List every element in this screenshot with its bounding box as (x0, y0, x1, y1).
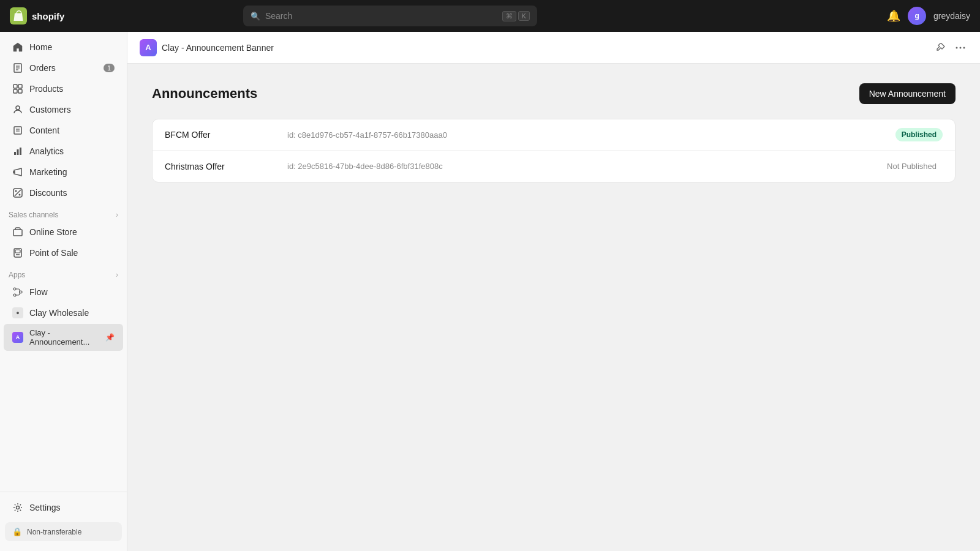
flow-icon (12, 287, 23, 298)
sidebar-item-online-store-label: Online Store (29, 227, 77, 237)
breadcrumb-actions (933, 40, 968, 55)
sidebar-item-flow[interactable]: Flow (4, 282, 123, 302)
apps-label: Apps (9, 271, 25, 279)
sidebar-item-clay-wholesale[interactable]: ● Clay Wholesale (4, 303, 123, 323)
announcement-id: id: 2e9c5816-47bb-4dee-8d86-6fbf31fe808c (287, 162, 881, 171)
svg-rect-7 (18, 89, 22, 93)
settings-label: Settings (29, 503, 61, 512)
discounts-icon (12, 187, 23, 198)
pin-icon: 📌 (105, 333, 115, 342)
shopify-bag-icon (10, 7, 27, 24)
sidebar-item-discounts[interactable]: Discounts (4, 183, 123, 203)
pos-icon (12, 247, 23, 258)
sales-channels-section[interactable]: Sales channels › (0, 203, 127, 222)
sidebar-item-flow-label: Flow (29, 287, 48, 297)
sidebar-item-products[interactable]: Products (4, 79, 123, 99)
svg-rect-14 (20, 148, 21, 155)
lock-icon: 🔒 (12, 527, 22, 536)
breadcrumb-bar: A Clay - Announcement Banner (127, 32, 980, 64)
announcement-row[interactable]: BFCM Offer id: c8e1d976-cb57-4a1f-8757-6… (153, 119, 955, 151)
sidebar-item-customers-label: Customers (29, 105, 71, 114)
home-icon (12, 42, 23, 53)
svg-point-8 (16, 106, 20, 110)
svg-rect-9 (14, 127, 21, 134)
sidebar-item-content[interactable]: Content (4, 121, 123, 140)
announcement-name: Christmas Offer (165, 162, 287, 171)
sidebar-bottom: Settings 🔒 Non-transferable (0, 492, 127, 546)
settings-icon (12, 502, 23, 513)
sidebar-item-settings[interactable]: Settings (4, 498, 123, 517)
search-shortcut: ⌘ K (502, 11, 530, 21)
sidebar-item-online-store[interactable]: Online Store (4, 222, 123, 242)
non-transferable-banner: 🔒 Non-transferable (5, 522, 122, 541)
k-key: K (518, 11, 530, 21)
sidebar-item-clay-wholesale-label: Clay Wholesale (29, 308, 89, 318)
products-icon (12, 83, 23, 94)
sidebar-item-customers[interactable]: Customers (4, 100, 123, 119)
content-area: A Clay - Announcement Banner Announcemen… (127, 32, 980, 551)
svg-point-27 (17, 506, 20, 509)
svg-point-28 (956, 47, 958, 48)
breadcrumb-title: Clay - Announcement Banner (162, 43, 274, 53)
svg-rect-20 (13, 230, 22, 236)
sidebar-item-home-label: Home (29, 42, 52, 52)
sales-channels-chevron: › (116, 211, 118, 219)
content-icon (12, 125, 23, 136)
new-announcement-button[interactable]: New Announcement (859, 83, 956, 104)
svg-point-30 (963, 47, 965, 48)
apps-section[interactable]: Apps › (0, 263, 127, 282)
announcement-row[interactable]: Christmas Offer id: 2e9c5816-47bb-4dee-8… (153, 151, 955, 182)
non-transferable-label: Non-transferable (27, 528, 81, 536)
clay-wholesale-icon: ● (12, 307, 23, 318)
search-bar[interactable]: 🔍 ⌘ K (243, 6, 537, 26)
main-layout: Home Orders 1 Products Customers Conte (0, 32, 980, 551)
breadcrumb-app-icon: A (140, 39, 157, 56)
orders-icon (12, 62, 23, 73)
page-header: Announcements New Announcement (152, 83, 956, 104)
apps-chevron: › (116, 271, 118, 279)
more-actions-button[interactable] (953, 44, 968, 51)
sidebar-item-pos[interactable]: Point of Sale (4, 243, 123, 263)
sidebar-item-clay-announcement[interactable]: A Clay - Announcement... 📌 (4, 324, 123, 351)
sidebar-item-home[interactable]: Home (4, 37, 123, 57)
sidebar-item-clay-announcement-label: Clay - Announcement... (29, 328, 99, 347)
user-name[interactable]: greydaisy (933, 11, 970, 21)
announcement-id: id: c8e1d976-cb57-4a1f-8757-66b17380aaa0 (287, 130, 895, 140)
svg-rect-5 (18, 84, 22, 88)
sidebar-item-content-label: Content (29, 126, 59, 135)
svg-rect-12 (14, 152, 16, 155)
sidebar-item-marketing[interactable]: Marketing (4, 162, 123, 182)
topbar: shopify 🔍 ⌘ K 🔔 g greydaisy (0, 0, 980, 32)
shopify-logo[interactable]: shopify (10, 7, 64, 24)
svg-point-15 (13, 171, 15, 173)
page-content: Announcements New Announcement BFCM Offe… (127, 64, 980, 551)
sidebar-item-pos-label: Point of Sale (29, 248, 78, 258)
announcement-name: BFCM Offer (165, 130, 287, 140)
sidebar-item-products-label: Products (29, 84, 63, 94)
sidebar: Home Orders 1 Products Customers Conte (0, 32, 127, 551)
sidebar-item-marketing-label: Marketing (29, 167, 67, 177)
status-badge: Not Published (881, 159, 943, 173)
online-store-icon (12, 227, 23, 238)
sidebar-item-analytics-label: Analytics (29, 146, 64, 156)
avatar[interactable]: g (908, 7, 926, 25)
page-title: Announcements (152, 86, 257, 102)
notification-icon[interactable]: 🔔 (887, 9, 900, 23)
sidebar-item-orders-label: Orders (29, 63, 56, 73)
marketing-icon (12, 167, 23, 178)
svg-point-24 (13, 288, 16, 290)
clay-announcement-icon: A (12, 332, 23, 343)
search-input[interactable] (265, 11, 497, 21)
pin-button[interactable] (933, 40, 948, 55)
orders-badge: 1 (104, 64, 115, 72)
svg-rect-23 (15, 250, 20, 253)
status-badge: Published (895, 128, 943, 141)
topbar-right: 🔔 g greydaisy (887, 7, 970, 25)
sidebar-item-orders[interactable]: Orders 1 (4, 58, 123, 78)
sidebar-item-discounts-label: Discounts (29, 188, 67, 198)
shopify-wordmark: shopify (32, 11, 64, 21)
svg-point-16 (15, 190, 17, 192)
cmd-key: ⌘ (502, 11, 516, 21)
sidebar-item-analytics[interactable]: Analytics (4, 141, 123, 161)
svg-rect-13 (17, 149, 19, 155)
